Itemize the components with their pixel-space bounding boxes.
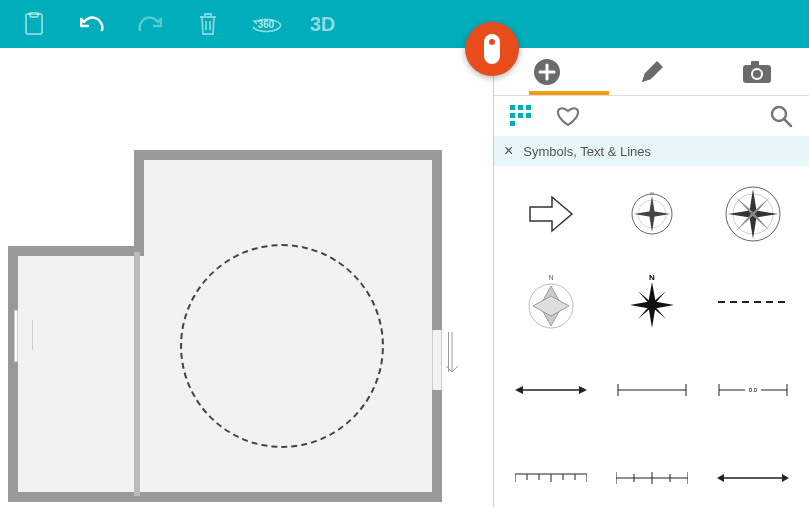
- item-ruler-ticks[interactable]: [500, 444, 601, 507]
- item-compass-large[interactable]: [702, 180, 803, 248]
- item-ruler-scale[interactable]: [601, 444, 702, 507]
- search-icon[interactable]: [769, 104, 793, 128]
- mode-tabs: [494, 48, 809, 96]
- view-3d-button[interactable]: 3D: [310, 13, 336, 36]
- filter-row: [494, 96, 809, 136]
- svg-text:0.0: 0.0: [748, 387, 757, 393]
- svg-rect-7: [510, 105, 515, 110]
- svg-rect-13: [510, 121, 515, 126]
- svg-text:N: N: [650, 192, 654, 196]
- favorites-icon[interactable]: [556, 105, 580, 127]
- clipboard-icon[interactable]: [20, 10, 48, 38]
- dashed-circle-shape[interactable]: [180, 244, 384, 448]
- redo-icon[interactable]: [136, 10, 164, 38]
- svg-rect-4: [751, 61, 759, 67]
- svg-rect-9: [526, 105, 531, 110]
- category-title: Symbols, Text & Lines: [523, 144, 651, 159]
- item-dimension-line[interactable]: [601, 356, 702, 424]
- library-grid-icon[interactable]: [510, 105, 532, 127]
- undo-icon[interactable]: [78, 10, 106, 38]
- svg-rect-12: [526, 113, 531, 118]
- rotate-360-label: 360: [258, 19, 275, 30]
- svg-rect-11: [518, 113, 523, 118]
- floating-action-button[interactable]: [465, 22, 519, 76]
- svg-text:N: N: [548, 274, 553, 281]
- floorplan-canvas[interactable]: [0, 48, 493, 507]
- close-category-icon[interactable]: ×: [504, 142, 513, 160]
- tab-camera[interactable]: [739, 54, 775, 90]
- main-area: × Symbols, Text & Lines N N N: [0, 48, 809, 507]
- tab-edit[interactable]: [634, 54, 670, 90]
- item-north-star[interactable]: N: [601, 268, 702, 336]
- trash-icon[interactable]: [194, 10, 222, 38]
- tab-add[interactable]: [529, 54, 565, 90]
- item-dashed-line[interactable]: [702, 268, 803, 336]
- item-arrow-both[interactable]: [702, 444, 803, 507]
- tab-underline: [529, 91, 609, 95]
- item-north-diamond[interactable]: N: [500, 268, 601, 336]
- svg-rect-10: [510, 113, 515, 118]
- svg-point-6: [753, 70, 761, 78]
- library-panel: × Symbols, Text & Lines N N N: [494, 48, 809, 507]
- item-arrow-double[interactable]: [500, 356, 601, 424]
- category-header: × Symbols, Text & Lines: [494, 136, 809, 166]
- rotate-360-icon[interactable]: 360: [252, 10, 280, 38]
- item-arrow-block[interactable]: [500, 180, 601, 248]
- svg-rect-8: [518, 105, 523, 110]
- items-grid: N N N 0.0: [494, 166, 809, 507]
- item-compass-small[interactable]: N: [601, 180, 702, 248]
- svg-text:N: N: [649, 273, 655, 282]
- top-toolbar: 360 3D: [0, 0, 809, 48]
- remote-icon: [484, 34, 500, 64]
- item-dimension-line-value[interactable]: 0.0: [702, 356, 803, 424]
